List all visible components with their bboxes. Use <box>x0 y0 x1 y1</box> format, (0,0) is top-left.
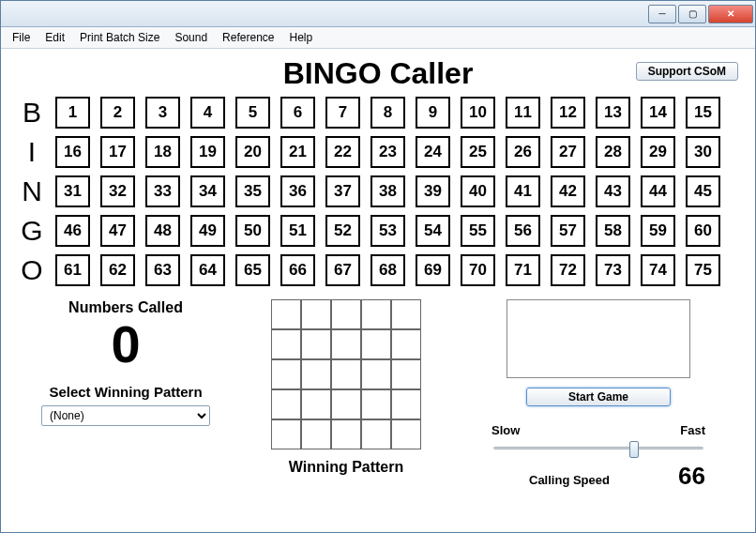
cell-55[interactable]: 55 <box>461 215 495 247</box>
cell-32[interactable]: 32 <box>100 175 135 207</box>
cell-28[interactable]: 28 <box>596 136 630 168</box>
cell-67[interactable]: 67 <box>325 254 360 286</box>
minimize-button[interactable]: ─ <box>648 5 676 23</box>
cell-48[interactable]: 48 <box>145 215 180 247</box>
cell-73[interactable]: 73 <box>596 254 630 286</box>
cell-13[interactable]: 13 <box>596 97 630 129</box>
pattern-cell[interactable] <box>331 299 361 329</box>
cell-56[interactable]: 56 <box>506 215 540 247</box>
cell-35[interactable]: 35 <box>235 175 270 207</box>
pattern-cell[interactable] <box>361 299 391 329</box>
cell-37[interactable]: 37 <box>325 175 360 207</box>
cell-4[interactable]: 4 <box>190 97 225 129</box>
cell-70[interactable]: 70 <box>461 254 495 286</box>
cell-71[interactable]: 71 <box>506 254 540 286</box>
cell-31[interactable]: 31 <box>55 175 90 207</box>
cell-46[interactable]: 46 <box>55 215 90 247</box>
pattern-cell[interactable] <box>331 359 361 389</box>
menu-file[interactable]: File <box>5 29 38 46</box>
cell-8[interactable]: 8 <box>370 97 405 129</box>
cell-59[interactable]: 59 <box>641 215 675 247</box>
cell-18[interactable]: 18 <box>145 136 180 168</box>
cell-57[interactable]: 57 <box>551 215 585 247</box>
cell-14[interactable]: 14 <box>641 97 675 129</box>
pattern-select[interactable]: (None) <box>41 405 210 426</box>
slider-thumb[interactable] <box>629 441 639 458</box>
cell-51[interactable]: 51 <box>280 215 315 247</box>
pattern-cell[interactable] <box>361 419 391 449</box>
pattern-cell[interactable] <box>301 359 331 389</box>
pattern-cell[interactable] <box>361 329 391 359</box>
cell-19[interactable]: 19 <box>190 136 225 168</box>
menu-sound[interactable]: Sound <box>167 29 215 46</box>
pattern-cell[interactable] <box>391 299 421 329</box>
pattern-cell[interactable] <box>271 299 301 329</box>
cell-25[interactable]: 25 <box>461 136 495 168</box>
cell-36[interactable]: 36 <box>280 175 315 207</box>
cell-33[interactable]: 33 <box>145 175 180 207</box>
cell-2[interactable]: 2 <box>100 97 135 129</box>
pattern-cell[interactable] <box>301 299 331 329</box>
pattern-cell[interactable] <box>271 329 301 359</box>
cell-21[interactable]: 21 <box>280 136 315 168</box>
cell-26[interactable]: 26 <box>506 136 540 168</box>
cell-60[interactable]: 60 <box>686 215 720 247</box>
cell-39[interactable]: 39 <box>416 175 450 207</box>
cell-30[interactable]: 30 <box>686 136 720 168</box>
cell-38[interactable]: 38 <box>370 175 405 207</box>
pattern-cell[interactable] <box>391 389 421 419</box>
cell-54[interactable]: 54 <box>416 215 450 247</box>
cell-15[interactable]: 15 <box>686 97 720 129</box>
close-button[interactable]: ✕ <box>708 5 753 23</box>
cell-16[interactable]: 16 <box>55 136 90 168</box>
speed-slider[interactable] <box>486 437 711 458</box>
cell-1[interactable]: 1 <box>55 97 90 129</box>
cell-10[interactable]: 10 <box>461 97 495 129</box>
cell-12[interactable]: 12 <box>551 97 585 129</box>
cell-74[interactable]: 74 <box>641 254 675 286</box>
cell-65[interactable]: 65 <box>235 254 270 286</box>
cell-11[interactable]: 11 <box>506 97 540 129</box>
cell-52[interactable]: 52 <box>325 215 360 247</box>
cell-29[interactable]: 29 <box>641 136 675 168</box>
cell-9[interactable]: 9 <box>416 97 450 129</box>
cell-64[interactable]: 64 <box>190 254 225 286</box>
pattern-cell[interactable] <box>361 389 391 419</box>
cell-61[interactable]: 61 <box>55 254 90 286</box>
cell-7[interactable]: 7 <box>325 97 360 129</box>
cell-66[interactable]: 66 <box>280 254 315 286</box>
cell-6[interactable]: 6 <box>280 97 315 129</box>
cell-22[interactable]: 22 <box>325 136 360 168</box>
cell-43[interactable]: 43 <box>596 175 630 207</box>
support-button[interactable]: Support CSoM <box>636 62 738 81</box>
cell-27[interactable]: 27 <box>551 136 585 168</box>
pattern-cell[interactable] <box>301 329 331 359</box>
cell-50[interactable]: 50 <box>235 215 270 247</box>
menu-help[interactable]: Help <box>281 29 320 46</box>
cell-68[interactable]: 68 <box>370 254 405 286</box>
start-game-button[interactable]: Start Game <box>526 388 671 406</box>
cell-47[interactable]: 47 <box>100 215 135 247</box>
cell-62[interactable]: 62 <box>100 254 135 286</box>
cell-45[interactable]: 45 <box>686 175 720 207</box>
menu-reference[interactable]: Reference <box>215 29 281 46</box>
cell-58[interactable]: 58 <box>596 215 630 247</box>
pattern-cell[interactable] <box>331 389 361 419</box>
menu-edit[interactable]: Edit <box>38 29 72 46</box>
pattern-cell[interactable] <box>271 389 301 419</box>
pattern-cell[interactable] <box>331 419 361 449</box>
pattern-cell[interactable] <box>391 359 421 389</box>
cell-34[interactable]: 34 <box>190 175 225 207</box>
cell-24[interactable]: 24 <box>416 136 450 168</box>
cell-72[interactable]: 72 <box>551 254 585 286</box>
cell-23[interactable]: 23 <box>370 136 405 168</box>
menu-print-batch-size[interactable]: Print Batch Size <box>72 29 167 46</box>
pattern-cell[interactable] <box>391 419 421 449</box>
cell-20[interactable]: 20 <box>235 136 270 168</box>
cell-75[interactable]: 75 <box>686 254 720 286</box>
pattern-cell[interactable] <box>301 389 331 419</box>
maximize-button[interactable]: ▢ <box>678 5 706 23</box>
cell-63[interactable]: 63 <box>145 254 180 286</box>
pattern-cell[interactable] <box>331 329 361 359</box>
cell-44[interactable]: 44 <box>641 175 675 207</box>
